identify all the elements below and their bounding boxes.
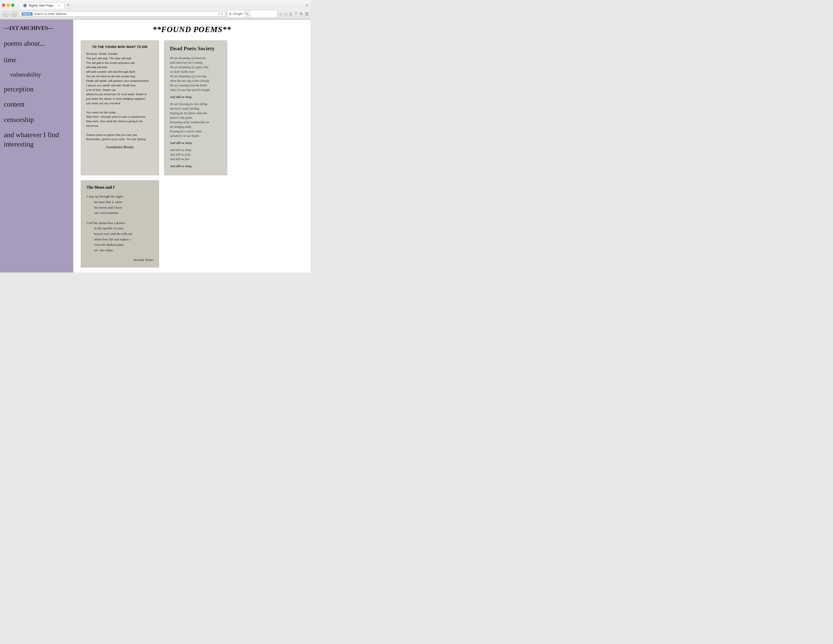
- poem3-body: I stay up through the night; because tha…: [87, 194, 153, 262]
- poem2-refrain1: And still we sleep.: [170, 95, 221, 99]
- sidebar-item-perception[interactable]: perception: [4, 82, 69, 97]
- poem3-s1-l2: because that is when: [87, 199, 153, 205]
- edit-icon[interactable]: ✎: [300, 11, 303, 16]
- poem2-refrain2: And still we sleep.: [170, 141, 221, 145]
- poem1-body: Sit down. Inhale. Exhale. The gun will w…: [86, 52, 154, 142]
- new-tab-button[interactable]: +: [64, 2, 72, 9]
- page-title: **FOUND POEMS**: [81, 25, 303, 34]
- poem2-body: We are dreaming of tomorrow and tomorrow…: [170, 56, 221, 169]
- poem3-s2-l4: about how the sun makes—: [87, 237, 153, 242]
- sidebar-item-poems[interactable]: poems about...: [4, 39, 69, 51]
- search-input[interactable]: Google: [233, 12, 243, 16]
- search-bar[interactable]: 8 Google 🔍: [227, 10, 277, 18]
- poem2-title: Dead Poets Society: [170, 45, 221, 52]
- poem2-stanza3: And still we sleep And still we pray And…: [170, 148, 221, 161]
- poem-card-dead-poets: Dead Poets Society We are dreaming of to…: [164, 40, 227, 175]
- browser-chrome: Nightly Start Page ✕ + ⤢ ← → Nightly Sea…: [0, 0, 310, 20]
- maximize-window-button[interactable]: [11, 3, 14, 7]
- poem3-s1-l1: I stay up through the night;: [87, 194, 153, 199]
- expand-button[interactable]: ⤢: [305, 3, 309, 8]
- nightly-badge: Nightly: [21, 12, 32, 16]
- minimize-window-button[interactable]: [6, 3, 10, 7]
- poem3-title: The Moon and I: [87, 185, 153, 190]
- poem3-s1-l4: our conversations.: [87, 210, 153, 216]
- poem-card-to-the-young: TO THE YOUNG WHO WANT TO DIE Sit down. I…: [81, 40, 159, 175]
- poems-row-2: The Moon and I I stay up through the nig…: [81, 180, 303, 267]
- poem3-s2-l1: I tell her about how I drown: [87, 220, 153, 226]
- poem3-s2-l3: brown eyes and she tells me: [87, 231, 153, 237]
- back-button[interactable]: ←: [2, 10, 9, 18]
- poem3-s2-l2: in the sparkle of your: [87, 225, 153, 231]
- tab-title: Nightly Start Page: [29, 4, 53, 7]
- nav-home-icon[interactable]: ⌃: [294, 11, 298, 16]
- sidebar: —IXT ARCHIVES— poems about... time vulne…: [0, 20, 73, 272]
- sidebar-item-content[interactable]: content: [4, 97, 69, 112]
- poem3-author: Mustafa Tattan: [87, 258, 153, 262]
- address-input[interactable]: Search or enter address: [34, 12, 216, 16]
- page-layout: —IXT ARCHIVES— poems about... time vulne…: [0, 20, 310, 272]
- poem1-text: Sit down. Inhale. Exhale. The gun will w…: [86, 52, 154, 142]
- close-window-button[interactable]: [2, 3, 5, 7]
- address-bar[interactable]: Nightly Search or enter address ▽ C: [19, 11, 225, 17]
- nav-bar: ← → Nightly Search or enter address ▽ C …: [0, 9, 310, 19]
- poem3-stanza1: I stay up through the night; because tha…: [87, 194, 153, 216]
- sidebar-item-time[interactable]: time: [4, 52, 69, 68]
- download-icon[interactable]: ⇓: [289, 11, 292, 16]
- sidebar-item-whatever[interactable]: and whatever I find interesting: [4, 127, 69, 152]
- sidebar-item-censorship[interactable]: censorship: [4, 112, 69, 127]
- tab-close-button[interactable]: ✕: [58, 4, 60, 7]
- poem2-stanza1: We are dreaming of tomorrow and tomorrow…: [170, 56, 221, 92]
- reload-button[interactable]: ▽ C: [218, 12, 223, 16]
- poem2-refrain3: And still we sleep.: [170, 164, 221, 169]
- title-bar: Nightly Start Page ✕ + ⤢: [0, 0, 310, 9]
- poems-row-1: TO THE YOUNG WHO WANT TO DIE Sit down. I…: [81, 40, 303, 175]
- tab-bar: Nightly Start Page ✕ +: [19, 2, 303, 9]
- main-content: **FOUND POEMS** TO THE YOUNG WHO WANT TO…: [73, 20, 310, 272]
- poem1-author: Gwendolyn Brooks: [86, 145, 154, 149]
- sidebar-item-vulnerability[interactable]: vulnerability: [4, 68, 69, 82]
- sidebar-title: —IXT ARCHIVES—: [4, 25, 69, 31]
- menu-icon[interactable]: ☰: [305, 11, 309, 16]
- poem2-stanza2: We are listening for the calling but nev…: [170, 102, 221, 138]
- poem3-s2-l6: of—her shine.: [87, 248, 153, 253]
- poem3-s2-l5: even the darkest parts: [87, 242, 153, 248]
- active-tab[interactable]: Nightly Start Page ✕: [19, 2, 64, 9]
- tab-favicon: [23, 4, 27, 7]
- search-button[interactable]: 🔍: [244, 11, 250, 17]
- poem1-title: TO THE YOUNG WHO WANT TO DIE: [86, 45, 154, 49]
- poem3-stanza2: I tell her about how I drown in the spar…: [87, 220, 153, 253]
- search-engine-icon: 8: [229, 12, 231, 16]
- poem3-s1-l3: the moon and I have: [87, 205, 153, 210]
- sidebar-nav: poems about... time vulnerability percep…: [4, 39, 69, 152]
- window-buttons: [2, 3, 14, 7]
- forward-button[interactable]: →: [11, 10, 18, 18]
- poem-card-moon: The Moon and I I stay up through the nig…: [81, 180, 159, 267]
- bookmark-icon[interactable]: ☆: [279, 11, 283, 16]
- home-icon[interactable]: ⌂: [285, 11, 287, 16]
- nav-icons: ☆ ⌂ ⇓ ⌃ ✎ ☰: [279, 11, 309, 16]
